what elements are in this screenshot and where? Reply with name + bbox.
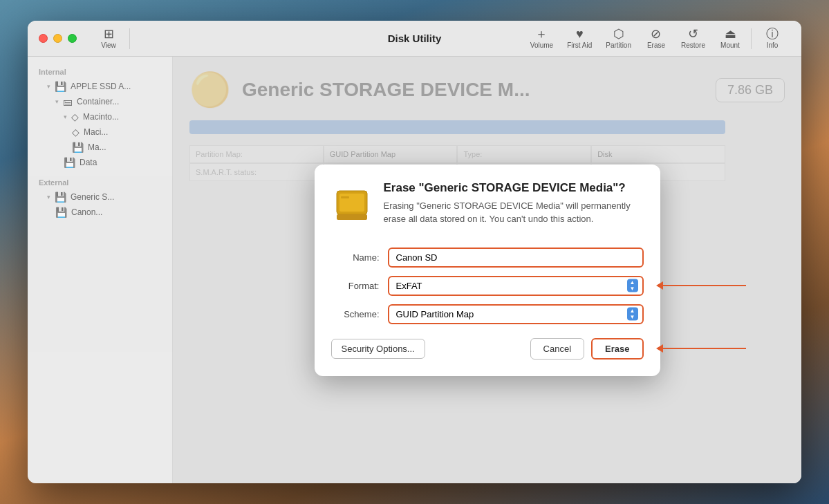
main-area: Internal ▾ 💾 APPLE SSD A... ▾ 🖴 Containe… bbox=[28, 57, 801, 483]
volume-button[interactable]: ＋ Volume bbox=[523, 25, 560, 52]
toolbar-actions: ＋ Volume ♥ First Aid ⬡ Partition ⊘ Erase… bbox=[523, 25, 790, 52]
sidebar-item-label: APPLE SSD A... bbox=[71, 82, 131, 91]
sidebar-item-ma[interactable]: 💾 Ma... bbox=[28, 140, 172, 155]
sidebar-item-label: Data bbox=[80, 158, 97, 167]
info-button[interactable]: ⓘ Info bbox=[754, 25, 790, 52]
arrow-head-left bbox=[656, 281, 663, 290]
toolbar-divider-1 bbox=[129, 28, 130, 49]
sidebar: Internal ▾ 💾 APPLE SSD A... ▾ 🖴 Containe… bbox=[28, 57, 173, 483]
volume-icon: ◇ bbox=[72, 127, 80, 138]
sidebar-item-apple-ssd[interactable]: ▾ 💾 APPLE SSD A... bbox=[28, 79, 172, 94]
svg-rect-3 bbox=[341, 196, 349, 198]
sidebar-item-container[interactable]: ▾ 🖴 Container... bbox=[28, 94, 172, 109]
first-aid-icon: ♥ bbox=[576, 28, 584, 40]
erase-icon: ⊘ bbox=[651, 28, 661, 40]
sidebar-item-generic-s[interactable]: ▾ 💾 Generic S... bbox=[28, 189, 172, 205]
desktop: ⊞ View Disk Utility ＋ Volume ♥ First Aid… bbox=[0, 0, 829, 504]
minimize-button[interactable] bbox=[53, 34, 62, 43]
title-bar: ⊞ View Disk Utility ＋ Volume ♥ First Aid… bbox=[28, 21, 801, 57]
footer-right-buttons: Cancel Erase bbox=[530, 338, 644, 360]
sidebar-item-canon[interactable]: 💾 Canon... bbox=[28, 205, 172, 220]
modal-overlay: Erase "Generic STORAGE DEVICE Media"? Er… bbox=[173, 57, 801, 483]
security-options-button[interactable]: Security Options... bbox=[331, 339, 425, 359]
name-row: Name: bbox=[331, 248, 644, 268]
scheme-row: Scheme: GUID Partition Map Master Boot R… bbox=[331, 304, 644, 324]
svg-rect-2 bbox=[337, 214, 367, 220]
chevron-down-icon: ▾ bbox=[47, 83, 50, 90]
mount-button[interactable]: ⏏ Mount bbox=[712, 25, 748, 52]
scheme-select-wrapper: GUID Partition Map Master Boot Record Ap… bbox=[388, 304, 644, 324]
format-select-arrows: ▲ ▼ bbox=[627, 279, 638, 292]
erase-button[interactable]: ⊘ Erase bbox=[638, 25, 674, 52]
modal-form: Name: Format: ExFAT Mac OS Extended (Jou… bbox=[331, 248, 644, 324]
scheme-select[interactable]: GUID Partition Map Master Boot Record Ap… bbox=[389, 306, 642, 323]
disk-small-icon: 💾 bbox=[72, 142, 84, 153]
name-label: Name: bbox=[331, 252, 380, 263]
restore-button[interactable]: ↺ Restore bbox=[674, 25, 712, 52]
format-select-wrapper: ExFAT Mac OS Extended (Journaled) Mac OS… bbox=[388, 276, 644, 296]
partition-icon: ⬡ bbox=[613, 28, 624, 40]
mount-icon: ⏏ bbox=[725, 28, 736, 40]
format-label: Format: bbox=[331, 281, 380, 291]
app-window: ⊞ View Disk Utility ＋ Volume ♥ First Aid… bbox=[28, 21, 801, 483]
modal-title: Erase "Generic STORAGE DEVICE Media"? bbox=[384, 181, 644, 195]
sidebar-item-label: Generic S... bbox=[71, 192, 114, 202]
sidebar-item-label: Canon... bbox=[71, 207, 102, 217]
erase-arrow-line bbox=[663, 348, 746, 350]
external-section-label: External bbox=[28, 176, 172, 189]
info-icon: ⓘ bbox=[766, 28, 779, 40]
internal-section-label: Internal bbox=[28, 65, 172, 79]
modal-footer: Security Options... Cancel Erase bbox=[331, 338, 644, 360]
toolbar-divider-2 bbox=[751, 28, 752, 49]
svg-rect-1 bbox=[339, 194, 364, 212]
sidebar-item-label: Maci... bbox=[84, 127, 108, 137]
usb-disk-icon: 💾 bbox=[55, 192, 66, 203]
format-select[interactable]: ExFAT Mac OS Extended (Journaled) Mac OS… bbox=[389, 277, 642, 295]
data-icon: 💾 bbox=[64, 157, 75, 168]
chevron-down-icon: ▾ bbox=[55, 98, 59, 105]
partition-button[interactable]: ⬡ Partition bbox=[599, 25, 638, 52]
chevron-down-icon: ▾ bbox=[64, 113, 67, 120]
sidebar-item-label: Ma... bbox=[88, 142, 106, 152]
close-button[interactable] bbox=[39, 34, 48, 43]
scheme-select-arrows: ▲ ▼ bbox=[627, 308, 638, 321]
traffic-lights bbox=[39, 34, 77, 43]
erase-arrow-annotation bbox=[656, 344, 746, 353]
modal-header: Erase "Generic STORAGE DEVICE Media"? Er… bbox=[331, 181, 644, 234]
sidebar-item-data[interactable]: 💾 Data bbox=[28, 155, 172, 170]
sidebar-item-label: Macinto... bbox=[83, 112, 119, 122]
cancel-button[interactable]: Cancel bbox=[530, 338, 584, 360]
scheme-label: Scheme: bbox=[331, 309, 380, 319]
format-arrow-annotation bbox=[656, 281, 746, 290]
erase-confirm-button[interactable]: Erase bbox=[591, 338, 643, 360]
erase-modal: Erase "Generic STORAGE DEVICE Media"? Er… bbox=[315, 165, 660, 376]
disk-icon: 💾 bbox=[55, 207, 67, 218]
restore-icon: ↺ bbox=[688, 28, 698, 40]
toolbar-view-group: ⊞ View bbox=[91, 25, 127, 52]
format-row: Format: ExFAT Mac OS Extended (Journaled… bbox=[331, 276, 644, 296]
maximize-button[interactable] bbox=[68, 34, 77, 43]
sidebar-item-maci[interactable]: ◇ Maci... bbox=[28, 124, 172, 140]
view-button[interactable]: ⊞ View bbox=[91, 25, 127, 52]
sidebar-item-macintosh[interactable]: ▾ ◇ Macinto... bbox=[28, 109, 172, 124]
view-icon: ⊞ bbox=[104, 28, 114, 40]
app-title: Disk Utility bbox=[388, 32, 442, 44]
volume-icon: ＋ bbox=[535, 28, 548, 40]
sidebar-item-label: Container... bbox=[77, 97, 119, 106]
container-icon: 🖴 bbox=[63, 96, 73, 107]
first-aid-button[interactable]: ♥ First Aid bbox=[560, 25, 599, 52]
chevron-down-icon: ▾ bbox=[47, 194, 50, 200]
arrow-line bbox=[663, 285, 746, 287]
volume-icon: ◇ bbox=[71, 111, 79, 122]
modal-description: Erasing "Generic STORAGE DEVICE Media" w… bbox=[384, 199, 644, 226]
content-area: 🟡 Generic STORAGE DEVICE M... 7.86 GB Pa… bbox=[173, 57, 801, 483]
modal-device-icon bbox=[331, 184, 373, 234]
disk-icon: 💾 bbox=[55, 81, 66, 92]
erase-arrow-head bbox=[656, 344, 663, 353]
name-input[interactable] bbox=[388, 248, 644, 268]
